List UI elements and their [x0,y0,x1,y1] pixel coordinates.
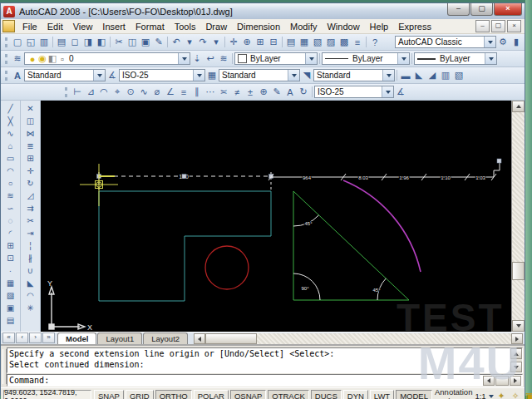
dropdown-arrow-icon[interactable] [382,70,394,81]
minimize-button[interactable]: – [447,3,470,16]
scroll-thumb[interactable] [495,376,509,386]
coordinate-readout[interactable]: 949.6023, 1524.7819, 0.0000 [3,390,91,399]
doc-close-button[interactable]: × [507,20,521,32]
rectangle-icon[interactable]: ▭ [2,152,19,165]
mleader-align-icon[interactable]: ▥ [439,69,452,81]
annotation-lock-icon[interactable]: ▣ [525,390,532,399]
text-style-icon[interactable]: A [11,69,24,81]
dropdown-arrow-icon[interactable] [178,53,190,64]
layer-freeze-icon[interactable]: ◉ [37,52,47,65]
auto-annotation-icon[interactable]: ✧ [510,390,521,399]
close-button[interactable]: × [494,3,522,16]
paste-icon[interactable]: ▣ [139,36,152,48]
workspace-combo[interactable]: AutoCAD Classic [395,36,496,48]
scroll-left-icon[interactable] [194,333,205,344]
menu-modify[interactable]: Modify [285,21,322,32]
erase-icon[interactable]: ✕ [22,102,39,115]
dim-linear-icon[interactable]: ⊢ [71,86,84,98]
menu-view[interactable]: View [68,21,98,32]
toggle-model[interactable]: MODEL [396,390,432,399]
menu-file[interactable]: File [17,21,42,32]
match-properties-icon[interactable]: ✎ [152,36,165,48]
command-input[interactable]: Command: [7,374,523,387]
menu-help[interactable]: Help [365,21,394,32]
toggle-lwt[interactable]: LWT [370,390,394,399]
command-history-scrollbar[interactable] [510,348,522,372]
tab-layout2[interactable]: Layout2 [143,332,188,344]
redo-icon[interactable]: ↷ [196,36,209,48]
designcenter-icon[interactable]: ▦ [298,36,311,48]
redo-dropdown-icon[interactable]: ▾ [209,36,223,48]
scale-icon[interactable]: ◿ [22,190,39,202]
triangle-entity[interactable] [293,191,409,300]
circle-icon[interactable]: ○ [2,177,19,190]
stretch-icon[interactable]: ⇉ [22,202,39,214]
prev-tab-button[interactable]: ‹ [16,332,28,343]
trim-icon[interactable]: ✂ [22,214,39,227]
scroll-thumb[interactable] [205,333,257,344]
publish-icon[interactable]: ◨ [81,36,95,48]
part-outline-polyline[interactable] [99,191,271,301]
dim-ordinate-icon[interactable]: ⌖ [111,86,124,98]
canvas-horizontal-scrollbar[interactable] [194,333,523,344]
dropdown-arrow-icon[interactable] [484,37,495,47]
table-icon[interactable]: ▤ [2,314,19,327]
layer-properties-manager-icon[interactable]: ≋ [11,52,24,65]
restore-button[interactable]: ▢ [470,3,493,16]
linetype-combo[interactable]: ByLayer [322,52,410,65]
dim-update-icon[interactable]: ↻ [297,86,310,98]
dropdown-arrow-icon[interactable] [382,86,393,97]
ellipse-arc-icon[interactable]: ◜ [2,227,19,239]
save-icon[interactable]: ▥ [37,36,51,48]
doc-restore-button[interactable]: ▢ [491,20,505,32]
toolbar-grip[interactable] [5,54,7,64]
dim-diameter-icon[interactable]: ⌀ [150,86,164,98]
hatch-icon[interactable]: ▦ [2,277,19,289]
break-icon[interactable]: ∦ [22,252,39,264]
quick-dimension-icon[interactable]: ≡ [177,86,190,98]
toggle-ortho[interactable]: ORTHO [155,390,192,399]
dim-edit-icon[interactable]: ✎ [270,86,283,98]
zoom-window-icon[interactable]: ⊞ [254,36,267,48]
dropdown-arrow-icon[interactable] [485,53,496,64]
tab-model[interactable]: Model [57,332,96,344]
plot-icon[interactable]: ▤ [55,36,68,48]
point-icon[interactable]: ∙ [2,264,19,277]
dim-arc-length-icon[interactable]: ◠ [97,86,111,98]
menu-window[interactable]: Window [322,21,364,32]
dropdown-arrow-icon[interactable] [305,53,317,64]
toggle-grid[interactable]: GRID [126,390,154,399]
doc-minimize-button[interactable]: – [475,20,490,32]
dropdown-arrow-icon[interactable] [93,70,105,81]
center-mark-icon[interactable]: ⊕ [257,86,270,98]
plot-preview-icon[interactable]: ◻ [68,36,81,48]
command-horizontal-scrollbar[interactable] [483,376,522,386]
copy-object-icon[interactable]: ◫ [22,115,39,127]
menu-format[interactable]: Format [131,21,170,32]
dim-angular-icon[interactable]: ∠ [164,86,177,98]
region-icon[interactable]: ▣ [2,302,19,314]
scroll-track[interactable] [205,333,511,344]
jog-grip[interactable] [497,159,501,163]
toolbar-grip[interactable] [5,37,7,47]
scroll-up-icon[interactable] [510,348,522,359]
dropdown-arrow-icon[interactable] [288,70,299,81]
lineweight-combo[interactable]: ByLayer [414,52,497,65]
chamfer-icon[interactable]: ◣ [22,277,39,289]
workspace-settings-icon[interactable]: ⚙ [496,36,510,48]
table-style-icon[interactable]: ▦ [205,69,219,81]
canvas-vertical-scrollbar[interactable] [511,101,525,332]
dim-break-icon[interactable]: ≠ [230,86,244,98]
model-space[interactable]: 150 [41,101,511,332]
toggle-ducs[interactable]: DUCS [311,390,342,399]
layer-color-swatch[interactable]: ▫ [57,52,67,65]
toggle-snap[interactable]: SNAP [94,390,124,399]
ellipse-icon[interactable]: ◌ [2,214,19,227]
copy-icon[interactable]: ◫ [126,36,139,48]
markup-set-manager-icon[interactable]: ▩ [337,36,351,48]
menu-express[interactable]: Express [393,21,436,32]
help-icon[interactable]: ? [368,36,382,48]
dim-style-combo[interactable]: ISO-25 [119,69,205,81]
sheet-set-manager-icon[interactable]: ▨ [324,36,337,48]
scroll-thumb[interactable] [512,262,525,280]
